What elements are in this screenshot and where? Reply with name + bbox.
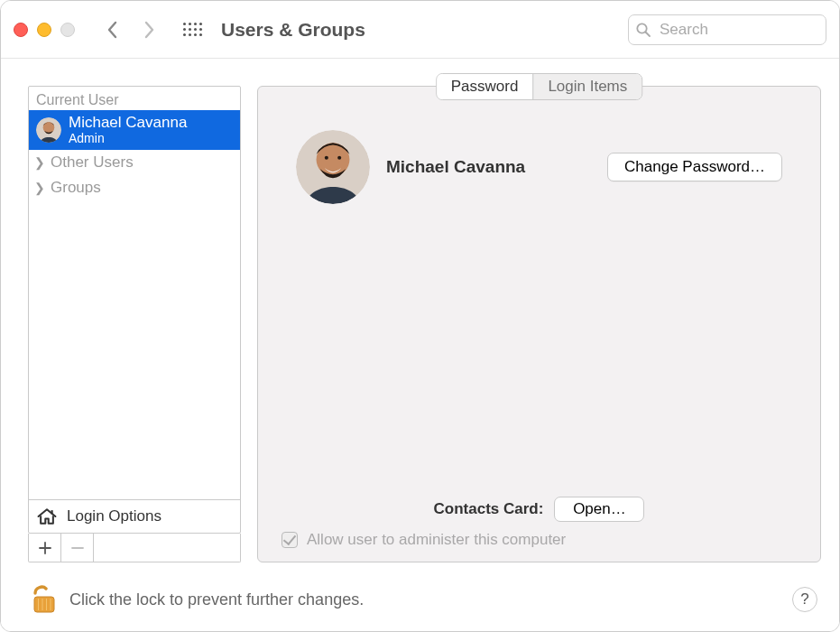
back-button[interactable] (98, 15, 127, 44)
search-wrap (628, 14, 826, 45)
toolbar: Users & Groups (1, 1, 839, 59)
allow-admin-row: Allow user to administer this computer (274, 531, 804, 549)
main-pane: Password Login Items (257, 86, 821, 562)
tab-password[interactable]: Password (437, 74, 533, 99)
chevron-right-icon: ❯ (34, 155, 45, 170)
svg-point-4 (43, 122, 55, 134)
sidebar-other-users[interactable]: ❯ Other Users (29, 150, 240, 175)
svg-rect-5 (51, 510, 52, 514)
allow-admin-label: Allow user to administer this computer (307, 531, 566, 549)
contacts-card-row: Contacts Card: Open… (274, 497, 804, 522)
svg-point-9 (325, 156, 328, 160)
avatar-large[interactable] (296, 130, 370, 204)
tab-login-items[interactable]: Login Items (532, 74, 642, 99)
lock-group: Click the lock to prevent further change… (32, 584, 364, 615)
open-contacts-button[interactable]: Open… (554, 497, 644, 522)
change-password-button[interactable]: Change Password… (607, 153, 782, 181)
nav-buttons (98, 15, 163, 44)
remove-user-button[interactable] (61, 534, 94, 562)
sidebar-current-user-row[interactable]: Michael Cavanna Admin (29, 110, 240, 150)
current-user-section-label: Current User (29, 87, 240, 110)
main-user-name: Michael Cavanna (386, 157, 525, 177)
user-list: Current User (28, 86, 241, 534)
current-user-name: Michael Cavanna (69, 115, 187, 132)
minimize-window-button[interactable] (37, 23, 51, 37)
search-input[interactable] (628, 14, 826, 45)
content: Current User (1, 59, 839, 631)
avatar-icon (36, 117, 61, 143)
close-window-button[interactable] (14, 23, 28, 37)
user-header: Michael Cavanna Change Password… (296, 130, 782, 204)
search-icon (635, 22, 651, 38)
window-controls (14, 23, 75, 37)
lock-open-icon[interactable] (32, 584, 57, 615)
login-options-label: Login Options (67, 507, 162, 525)
add-user-button[interactable] (29, 534, 61, 562)
current-user-role: Admin (69, 132, 187, 145)
allow-admin-checkbox (282, 532, 298, 548)
svg-point-10 (337, 156, 341, 160)
zoom-window-button[interactable] (60, 23, 75, 37)
svg-rect-11 (34, 597, 54, 612)
show-all-preferences-button[interactable] (178, 15, 207, 44)
tabs: Password Login Items (436, 73, 643, 100)
footer: Click the lock to prevent further change… (28, 562, 821, 620)
sidebar-other-users-label: Other Users (51, 153, 134, 172)
sidebar-groups-label: Groups (51, 179, 101, 197)
forward-button[interactable] (134, 15, 163, 44)
panes: Current User (28, 86, 821, 562)
lock-text: Click the lock to prevent further change… (69, 590, 364, 609)
home-icon (36, 507, 58, 526)
add-remove-bar (28, 534, 241, 562)
window-title: Users & Groups (221, 19, 365, 41)
chevron-left-icon (106, 20, 119, 40)
sidebar: Current User (28, 86, 241, 562)
minus-icon (71, 542, 84, 554)
chevron-right-icon (143, 20, 155, 40)
svg-line-1 (646, 32, 651, 36)
plus-icon (39, 542, 51, 554)
sidebar-groups[interactable]: ❯ Groups (29, 175, 240, 200)
chevron-right-icon: ❯ (34, 181, 45, 195)
current-user-info: Michael Cavanna Admin (69, 115, 187, 145)
contacts-card-label: Contacts Card: (434, 500, 544, 518)
grid-icon (183, 23, 202, 36)
login-options-row[interactable]: Login Options (29, 499, 240, 533)
help-button[interactable]: ? (792, 587, 817, 612)
